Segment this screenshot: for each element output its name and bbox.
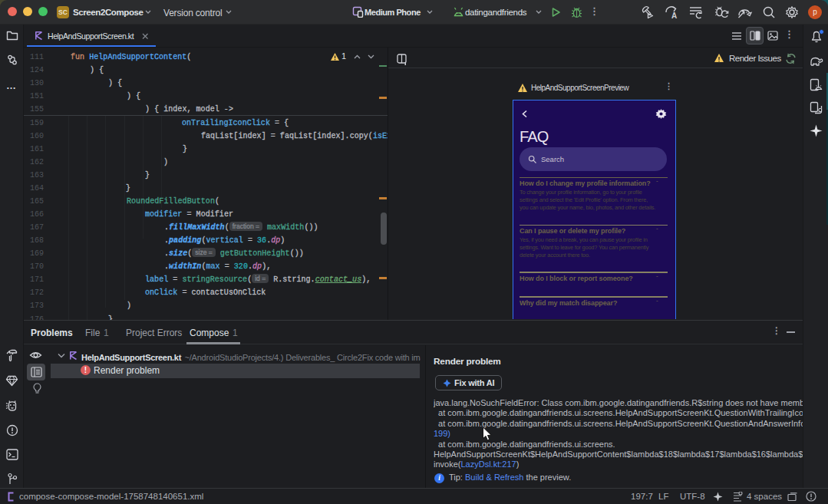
svg-text:A: A [671,12,677,20]
